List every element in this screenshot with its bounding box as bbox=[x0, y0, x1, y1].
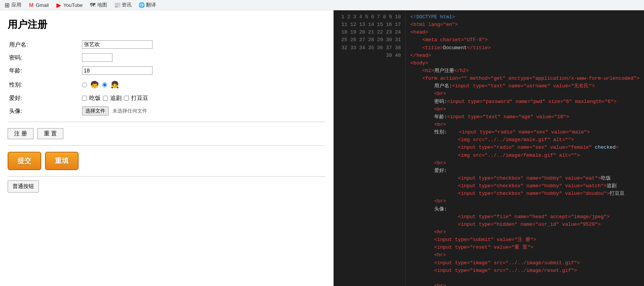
password-input[interactable] bbox=[82, 53, 112, 62]
page-title: 用户注册 bbox=[8, 18, 326, 31]
divider-3 bbox=[8, 176, 326, 177]
username-label: 用户名: bbox=[8, 38, 80, 51]
bookmark-news[interactable]: 📰 资讯 bbox=[114, 2, 132, 8]
maps-icon: 🗺 bbox=[90, 2, 96, 8]
bookmark-youtube-label: YouTube bbox=[63, 2, 83, 8]
apps-icon: ⊞ bbox=[4, 2, 10, 8]
age-cell bbox=[80, 64, 326, 77]
checkbox-doudou[interactable] bbox=[124, 96, 129, 101]
username-input[interactable] bbox=[82, 40, 153, 49]
form-table: 用户名: 密码: 年龄: 性别: bbox=[8, 38, 326, 118]
age-label: 年龄: bbox=[8, 64, 80, 77]
main-layout: 用户注册 用户名: 密码: 年龄: bbox=[0, 10, 644, 286]
news-icon: 📰 bbox=[114, 2, 120, 8]
reset-image-button[interactable]: 重填 bbox=[45, 152, 79, 170]
bookmark-maps-label: 地图 bbox=[97, 2, 107, 8]
hobby-checkbox-group: 吃饭 追剧 打豆豆 bbox=[82, 95, 324, 102]
bookmark-apps-label: 应用 bbox=[11, 2, 21, 8]
age-row: 年龄: bbox=[8, 64, 326, 77]
gender-cell: 🧒 👧 bbox=[80, 77, 326, 92]
hobby-label: 爱好: bbox=[8, 92, 80, 104]
password-label: 密码: bbox=[8, 51, 80, 64]
code-content: <!DOCTYPE html> <html lang="en"> <head> … bbox=[406, 10, 644, 286]
file-choose-button[interactable]: 选择文件 bbox=[82, 106, 109, 116]
gmail-icon: M bbox=[28, 2, 34, 8]
hobby-row: 爱好: 吃饭 追剧 打豆豆 bbox=[8, 92, 326, 104]
register-button[interactable]: 注 册 bbox=[8, 128, 34, 139]
age-input[interactable] bbox=[82, 66, 153, 75]
gender-row: 性别: 🧒 👧 bbox=[8, 77, 326, 92]
radio-female[interactable] bbox=[102, 82, 107, 87]
translate-icon: 🌐 bbox=[138, 2, 145, 8]
avatar-label: 头像: bbox=[8, 104, 80, 118]
radio-male[interactable] bbox=[82, 82, 87, 87]
plain-button-row: 普通按钮 bbox=[8, 180, 326, 193]
hobby-eat-label: 吃饭 bbox=[89, 95, 101, 102]
bookmark-translate-label: 翻译 bbox=[146, 2, 156, 8]
female-avatar: 👧 bbox=[109, 79, 120, 90]
bookmarks-bar: ⊞ 应用 M Gmail ▶ YouTube 🗺 地图 📰 资讯 🌐 翻译 bbox=[0, 0, 644, 10]
password-row: 密码: bbox=[8, 51, 326, 64]
username-cell bbox=[80, 38, 326, 51]
gender-radio-group: 🧒 👧 bbox=[82, 79, 324, 90]
bookmark-gmail[interactable]: M Gmail bbox=[28, 2, 49, 8]
hobby-doudou-label: 打豆豆 bbox=[131, 95, 148, 102]
reset-plain-button[interactable]: 重 置 bbox=[37, 128, 63, 139]
avatar-row: 头像: 选择文件 未选择任何文件 bbox=[8, 104, 326, 118]
form-panel: 用户注册 用户名: 密码: 年龄: bbox=[0, 10, 334, 286]
bookmark-translate[interactable]: 🌐 翻译 bbox=[138, 2, 156, 8]
avatar-cell: 选择文件 未选择任何文件 bbox=[80, 104, 326, 118]
youtube-icon: ▶ bbox=[56, 2, 62, 8]
bookmark-youtube[interactable]: ▶ YouTube bbox=[56, 2, 83, 8]
hobby-watch-label: 追剧 bbox=[110, 95, 122, 102]
checkbox-eat[interactable] bbox=[82, 96, 87, 101]
male-avatar: 🧒 bbox=[89, 79, 100, 90]
bookmark-apps[interactable]: ⊞ 应用 bbox=[4, 2, 21, 8]
line-numbers: 1 2 3 4 5 6 7 8 9 10 11 12 13 14 15 16 1… bbox=[334, 10, 406, 286]
file-no-file-label: 未选择任何文件 bbox=[112, 108, 147, 114]
image-btn-row: 提交 重填 bbox=[8, 149, 326, 172]
username-row: 用户名: bbox=[8, 38, 326, 51]
code-editor-panel: 1 2 3 4 5 6 7 8 9 10 11 12 13 14 15 16 1… bbox=[334, 10, 644, 286]
plain-submit-row: 注 册 重 置 bbox=[8, 126, 326, 141]
plain-button[interactable]: 普通按钮 bbox=[8, 180, 39, 193]
checkbox-watch[interactable] bbox=[103, 96, 108, 101]
submit-image-button[interactable]: 提交 bbox=[8, 152, 41, 170]
bookmark-maps[interactable]: 🗺 地图 bbox=[90, 2, 107, 8]
password-cell bbox=[80, 51, 326, 64]
divider-2 bbox=[8, 145, 326, 146]
hobby-cell: 吃饭 追剧 打豆豆 bbox=[80, 92, 326, 104]
divider-1 bbox=[8, 122, 326, 122]
bookmark-gmail-label: Gmail bbox=[36, 2, 49, 8]
bookmark-news-label: 资讯 bbox=[122, 2, 132, 8]
gender-label: 性别: bbox=[8, 77, 80, 92]
